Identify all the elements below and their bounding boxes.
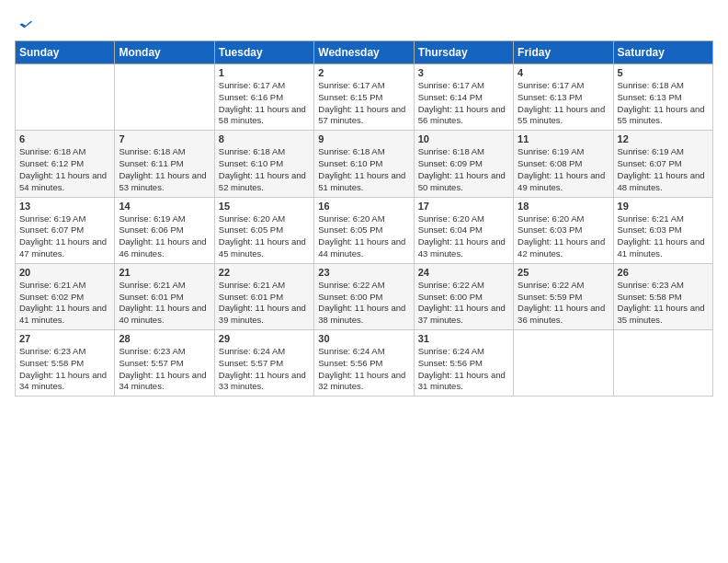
day-info: Sunrise: 6:18 AM Sunset: 6:13 PM Dayligh… xyxy=(618,80,709,127)
calendar-cell: 4Sunrise: 6:17 AM Sunset: 6:13 PM Daylig… xyxy=(514,64,613,131)
calendar-header-saturday: Saturday xyxy=(613,41,712,64)
day-number: 1 xyxy=(219,67,310,78)
day-number: 24 xyxy=(418,267,509,278)
calendar-cell: 27Sunrise: 6:23 AM Sunset: 5:58 PM Dayli… xyxy=(16,330,115,396)
day-info: Sunrise: 6:18 AM Sunset: 6:10 PM Dayligh… xyxy=(318,146,409,193)
calendar-cell: 16Sunrise: 6:20 AM Sunset: 6:05 PM Dayli… xyxy=(314,197,414,263)
calendar-cell: 2Sunrise: 6:17 AM Sunset: 6:15 PM Daylig… xyxy=(314,64,414,131)
day-info: Sunrise: 6:21 AM Sunset: 6:03 PM Dayligh… xyxy=(618,213,709,260)
day-info: Sunrise: 6:20 AM Sunset: 6:04 PM Dayligh… xyxy=(418,213,509,260)
calendar-cell xyxy=(613,330,712,396)
calendar-cell: 9Sunrise: 6:18 AM Sunset: 6:10 PM Daylig… xyxy=(314,131,414,197)
calendar-header-sunday: Sunday xyxy=(16,41,115,64)
day-number: 19 xyxy=(618,201,709,212)
day-info: Sunrise: 6:19 AM Sunset: 6:07 PM Dayligh… xyxy=(19,213,110,260)
day-number: 17 xyxy=(418,201,509,212)
day-number: 10 xyxy=(418,133,509,144)
day-info: Sunrise: 6:23 AM Sunset: 5:58 PM Dayligh… xyxy=(19,346,110,393)
calendar-cell xyxy=(16,64,115,131)
day-number: 14 xyxy=(119,201,210,212)
day-info: Sunrise: 6:21 AM Sunset: 6:01 PM Dayligh… xyxy=(119,280,210,327)
calendar-header-row: SundayMondayTuesdayWednesdayThursdayFrid… xyxy=(16,41,713,64)
day-number: 3 xyxy=(418,67,509,78)
day-info: Sunrise: 6:22 AM Sunset: 5:59 PM Dayligh… xyxy=(518,280,609,327)
day-info: Sunrise: 6:18 AM Sunset: 6:09 PM Dayligh… xyxy=(418,146,509,193)
page-header xyxy=(15,15,713,33)
calendar-header-wednesday: Wednesday xyxy=(314,41,414,64)
calendar-cell: 6Sunrise: 6:18 AM Sunset: 6:12 PM Daylig… xyxy=(16,131,115,197)
calendar-cell: 24Sunrise: 6:22 AM Sunset: 6:00 PM Dayli… xyxy=(414,263,513,329)
day-number: 15 xyxy=(219,201,310,212)
day-number: 28 xyxy=(119,333,210,344)
calendar-cell: 10Sunrise: 6:18 AM Sunset: 6:09 PM Dayli… xyxy=(414,131,513,197)
day-number: 25 xyxy=(518,267,609,278)
day-info: Sunrise: 6:22 AM Sunset: 6:00 PM Dayligh… xyxy=(418,280,509,327)
day-number: 11 xyxy=(518,133,609,144)
day-number: 16 xyxy=(318,201,409,212)
day-info: Sunrise: 6:24 AM Sunset: 5:56 PM Dayligh… xyxy=(318,346,409,393)
calendar-cell: 18Sunrise: 6:20 AM Sunset: 6:03 PM Dayli… xyxy=(514,197,613,263)
calendar-week-row: 1Sunrise: 6:17 AM Sunset: 6:16 PM Daylig… xyxy=(16,64,713,131)
day-number: 31 xyxy=(418,333,509,344)
day-number: 20 xyxy=(19,267,110,278)
calendar-week-row: 27Sunrise: 6:23 AM Sunset: 5:58 PM Dayli… xyxy=(16,330,713,396)
calendar-cell: 23Sunrise: 6:22 AM Sunset: 6:00 PM Dayli… xyxy=(314,263,414,329)
day-info: Sunrise: 6:18 AM Sunset: 6:10 PM Dayligh… xyxy=(219,146,310,193)
day-info: Sunrise: 6:23 AM Sunset: 5:58 PM Dayligh… xyxy=(618,280,709,327)
day-number: 29 xyxy=(219,333,310,344)
day-info: Sunrise: 6:19 AM Sunset: 6:07 PM Dayligh… xyxy=(618,146,709,193)
calendar-cell: 1Sunrise: 6:17 AM Sunset: 6:16 PM Daylig… xyxy=(214,64,313,131)
calendar-header-thursday: Thursday xyxy=(414,41,513,64)
calendar-cell: 12Sunrise: 6:19 AM Sunset: 6:07 PM Dayli… xyxy=(613,131,712,197)
day-number: 9 xyxy=(318,133,409,144)
calendar-cell: 3Sunrise: 6:17 AM Sunset: 6:14 PM Daylig… xyxy=(414,64,513,131)
calendar-cell: 7Sunrise: 6:18 AM Sunset: 6:11 PM Daylig… xyxy=(115,131,214,197)
calendar-header-tuesday: Tuesday xyxy=(214,41,313,64)
day-number: 6 xyxy=(19,133,110,144)
logo xyxy=(15,15,35,33)
day-number: 18 xyxy=(518,201,609,212)
day-number: 22 xyxy=(219,267,310,278)
day-number: 23 xyxy=(318,267,409,278)
logo-bird-icon xyxy=(17,15,35,33)
calendar-cell: 15Sunrise: 6:20 AM Sunset: 6:05 PM Dayli… xyxy=(214,197,313,263)
day-number: 13 xyxy=(19,201,110,212)
day-info: Sunrise: 6:19 AM Sunset: 6:08 PM Dayligh… xyxy=(518,146,609,193)
calendar-header-friday: Friday xyxy=(514,41,613,64)
calendar-cell: 14Sunrise: 6:19 AM Sunset: 6:06 PM Dayli… xyxy=(115,197,214,263)
calendar-cell: 25Sunrise: 6:22 AM Sunset: 5:59 PM Dayli… xyxy=(514,263,613,329)
day-number: 7 xyxy=(119,133,210,144)
day-info: Sunrise: 6:18 AM Sunset: 6:11 PM Dayligh… xyxy=(119,146,210,193)
calendar-cell xyxy=(514,330,613,396)
calendar-cell: 22Sunrise: 6:21 AM Sunset: 6:01 PM Dayli… xyxy=(214,263,313,329)
day-info: Sunrise: 6:17 AM Sunset: 6:16 PM Dayligh… xyxy=(219,80,310,127)
calendar-cell: 19Sunrise: 6:21 AM Sunset: 6:03 PM Dayli… xyxy=(613,197,712,263)
calendar-table: SundayMondayTuesdayWednesdayThursdayFrid… xyxy=(15,40,713,396)
day-info: Sunrise: 6:17 AM Sunset: 6:14 PM Dayligh… xyxy=(418,80,509,127)
calendar-cell: 31Sunrise: 6:24 AM Sunset: 5:56 PM Dayli… xyxy=(414,330,513,396)
calendar-header-monday: Monday xyxy=(115,41,214,64)
day-info: Sunrise: 6:23 AM Sunset: 5:57 PM Dayligh… xyxy=(119,346,210,393)
calendar-week-row: 13Sunrise: 6:19 AM Sunset: 6:07 PM Dayli… xyxy=(16,197,713,263)
day-info: Sunrise: 6:17 AM Sunset: 6:13 PM Dayligh… xyxy=(518,80,609,127)
calendar-cell: 30Sunrise: 6:24 AM Sunset: 5:56 PM Dayli… xyxy=(314,330,414,396)
calendar-cell: 13Sunrise: 6:19 AM Sunset: 6:07 PM Dayli… xyxy=(16,197,115,263)
calendar-week-row: 20Sunrise: 6:21 AM Sunset: 6:02 PM Dayli… xyxy=(16,263,713,329)
calendar-cell: 29Sunrise: 6:24 AM Sunset: 5:57 PM Dayli… xyxy=(214,330,313,396)
calendar-cell: 11Sunrise: 6:19 AM Sunset: 6:08 PM Dayli… xyxy=(514,131,613,197)
calendar-cell: 20Sunrise: 6:21 AM Sunset: 6:02 PM Dayli… xyxy=(16,263,115,329)
day-info: Sunrise: 6:21 AM Sunset: 6:01 PM Dayligh… xyxy=(219,280,310,327)
day-number: 30 xyxy=(318,333,409,344)
calendar-cell: 17Sunrise: 6:20 AM Sunset: 6:04 PM Dayli… xyxy=(414,197,513,263)
calendar-cell: 26Sunrise: 6:23 AM Sunset: 5:58 PM Dayli… xyxy=(613,263,712,329)
calendar-cell: 5Sunrise: 6:18 AM Sunset: 6:13 PM Daylig… xyxy=(613,64,712,131)
day-info: Sunrise: 6:22 AM Sunset: 6:00 PM Dayligh… xyxy=(318,280,409,327)
day-info: Sunrise: 6:18 AM Sunset: 6:12 PM Dayligh… xyxy=(19,146,110,193)
day-info: Sunrise: 6:20 AM Sunset: 6:05 PM Dayligh… xyxy=(219,213,310,260)
day-number: 26 xyxy=(618,267,709,278)
calendar-cell: 28Sunrise: 6:23 AM Sunset: 5:57 PM Dayli… xyxy=(115,330,214,396)
day-number: 12 xyxy=(618,133,709,144)
day-number: 4 xyxy=(518,67,609,78)
calendar-cell: 21Sunrise: 6:21 AM Sunset: 6:01 PM Dayli… xyxy=(115,263,214,329)
calendar-week-row: 6Sunrise: 6:18 AM Sunset: 6:12 PM Daylig… xyxy=(16,131,713,197)
